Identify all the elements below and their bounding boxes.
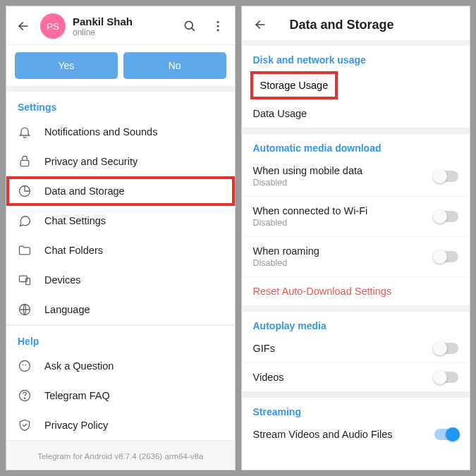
streaming-header: Streaming xyxy=(242,398,470,420)
sidebar-item-label: Data and Storage xyxy=(44,185,125,197)
sidebar-item-label: Devices xyxy=(44,274,81,286)
stream-row[interactable]: Stream Videos and Audio Files xyxy=(242,420,470,448)
confirm-row: Yes No xyxy=(6,45,235,92)
sidebar-item-notifications[interactable]: Notifications and Sounds xyxy=(6,117,235,147)
sidebar-item-privacy[interactable]: Privacy and Security xyxy=(6,147,235,176)
row-label: Videos xyxy=(253,372,435,383)
toggle-switch[interactable] xyxy=(434,343,458,354)
settings-panel: PS Pankil Shah online Yes No Settings No… xyxy=(6,6,236,470)
sidebar-item-privacy-policy[interactable]: Privacy Policy xyxy=(6,410,235,440)
toggle-switch[interactable] xyxy=(434,429,458,440)
shield-icon xyxy=(18,418,44,432)
globe-icon xyxy=(18,303,44,317)
toggle-switch[interactable] xyxy=(434,251,458,262)
svg-point-11 xyxy=(24,398,25,398)
sidebar-item-label: Language xyxy=(44,304,90,315)
reset-auto-download[interactable]: Reset Auto-Download Settings xyxy=(242,277,470,306)
page-title: Data and Storage xyxy=(290,18,394,32)
svg-point-0 xyxy=(185,21,193,29)
row-label: When roaming Disabled xyxy=(253,245,435,268)
svg-point-2 xyxy=(216,25,219,28)
row-subtitle: Disabled xyxy=(253,218,435,228)
disk-section-header: Disk and network usage xyxy=(242,46,470,68)
yes-button[interactable]: Yes xyxy=(15,52,118,79)
row-subtitle: Disabled xyxy=(253,178,435,188)
auto-mobile-row[interactable]: When using mobile data Disabled xyxy=(242,157,470,197)
data-usage-row[interactable]: Data Usage xyxy=(242,99,470,128)
sidebar-item-label: Privacy Policy xyxy=(44,420,108,431)
svg-point-3 xyxy=(216,29,219,31)
row-label: When connected to Wi-Fi Disabled xyxy=(253,205,435,228)
storage-header: Data and Storage xyxy=(242,6,470,46)
back-button[interactable] xyxy=(15,18,32,35)
section-gap xyxy=(242,306,470,312)
autoplay-header: Autoplay media xyxy=(242,312,470,334)
svg-rect-4 xyxy=(20,160,29,166)
more-icon[interactable] xyxy=(209,18,226,35)
help-icon xyxy=(18,389,44,403)
storage-usage-label: Storage Usage xyxy=(250,71,338,99)
sidebar-item-label: Ask a Question xyxy=(44,360,114,372)
row-subtitle: Disabled xyxy=(253,258,435,268)
svg-point-1 xyxy=(216,21,219,23)
lock-icon xyxy=(18,154,44,169)
settings-section-header: Settings xyxy=(6,92,235,117)
storage-usage-row[interactable]: Storage Usage xyxy=(242,68,470,99)
row-title: When connected to Wi-Fi xyxy=(253,205,368,216)
no-button[interactable]: No xyxy=(123,52,226,79)
row-label: GIFs xyxy=(253,343,435,354)
reset-label: Reset Auto-Download Settings xyxy=(253,286,459,297)
devices-icon xyxy=(18,273,44,287)
sidebar-item-label: Privacy and Security xyxy=(44,156,138,167)
toggle-switch[interactable] xyxy=(434,372,458,383)
auto-download-header: Automatic media download xyxy=(242,134,470,157)
sidebar-item-faq[interactable]: Telegram FAQ xyxy=(6,381,235,410)
svg-point-9 xyxy=(20,361,30,372)
version-footer: Telegram for Android v8.7.4 (2636) arm64… xyxy=(6,440,235,470)
bell-icon xyxy=(18,125,44,139)
sidebar-item-devices[interactable]: Devices xyxy=(6,265,235,295)
profile-name: Pankil Shah xyxy=(73,16,181,28)
data-storage-panel: Data and Storage Disk and network usage … xyxy=(241,6,471,470)
avatar[interactable]: PS xyxy=(40,13,66,39)
row-label: Stream Videos and Audio Files xyxy=(253,429,435,440)
section-gap xyxy=(242,392,470,398)
sidebar-item-ask-question[interactable]: Ask a Question xyxy=(6,351,235,381)
auto-roaming-row[interactable]: When roaming Disabled xyxy=(242,237,470,277)
sidebar-item-label: Notifications and Sounds xyxy=(44,126,157,138)
header-actions xyxy=(181,18,226,35)
row-title: When using mobile data xyxy=(253,165,363,176)
sidebar-item-chat-folders[interactable]: Chat Folders xyxy=(6,236,235,265)
autoplay-gifs-row[interactable]: GIFs xyxy=(242,334,470,363)
row-label: When using mobile data Disabled xyxy=(253,165,435,188)
toggle-switch[interactable] xyxy=(434,171,458,182)
search-icon[interactable] xyxy=(181,18,198,35)
help-section-header: Help xyxy=(6,326,235,351)
section-gap xyxy=(242,128,470,134)
autoplay-videos-row[interactable]: Videos xyxy=(242,363,470,392)
sidebar-item-label: Chat Settings xyxy=(44,215,106,226)
row-title: When roaming xyxy=(253,245,319,257)
toggle-switch[interactable] xyxy=(434,211,458,222)
sidebar-item-label: Chat Folders xyxy=(44,245,103,256)
profile-status: online xyxy=(73,28,181,37)
sidebar-item-label: Telegram FAQ xyxy=(44,390,110,401)
question-chat-icon xyxy=(18,359,44,373)
sidebar-item-language[interactable]: Language xyxy=(6,295,235,324)
sidebar-item-chat-settings[interactable]: Chat Settings xyxy=(6,206,235,236)
profile-name-block: Pankil Shah online xyxy=(73,16,181,37)
pie-icon xyxy=(18,184,44,198)
sidebar-item-data-storage[interactable]: Data and Storage xyxy=(6,176,235,206)
auto-wifi-row[interactable]: When connected to Wi-Fi Disabled xyxy=(242,197,470,237)
profile-header: PS Pankil Shah online xyxy=(6,6,235,45)
chat-icon xyxy=(18,214,44,228)
data-usage-label: Data Usage xyxy=(253,108,459,119)
back-button[interactable] xyxy=(252,16,269,33)
folder-icon xyxy=(18,243,44,257)
